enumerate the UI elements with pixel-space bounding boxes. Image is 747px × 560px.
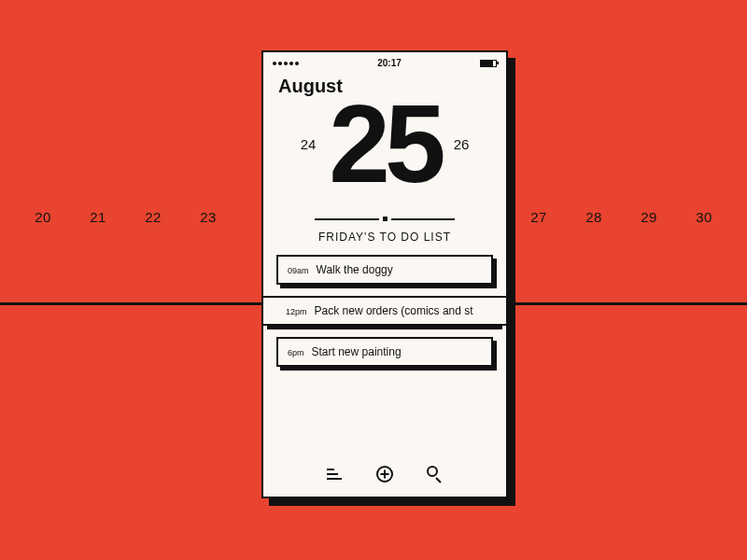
section-divider [315,217,455,221]
bg-date[interactable]: 28 [583,209,605,225]
current-day: 25 [329,91,440,196]
todo-text: Pack new orders (comics and st [315,304,473,317]
prev-day[interactable]: 24 [301,136,317,152]
bg-date[interactable]: 23 [197,209,219,225]
battery-icon [480,60,497,67]
status-bar: 20:17 [263,52,506,68]
todo-item[interactable]: 12pm Pack new orders (comics and st [276,296,493,326]
menu-icon[interactable] [325,465,344,483]
date-selector: 24 25 26 [263,91,506,196]
next-day[interactable]: 26 [454,136,470,152]
add-icon[interactable] [375,465,394,483]
bg-date[interactable]: 22 [142,209,164,225]
todo-list: 09am Walk the doggy 12pm Pack new orders… [263,255,506,367]
todo-item[interactable]: 6pm Start new painting [276,337,493,367]
phone-screen: 20:17 August 24 25 26 FRIDAY'S TO DO LIS… [261,50,508,498]
search-icon[interactable] [426,465,444,483]
todo-list-title: FRIDAY'S TO DO LIST [263,231,506,244]
todo-item[interactable]: 09am Walk the doggy [276,255,493,285]
signal-dots-icon [273,62,299,65]
bottom-tab-bar [263,454,506,497]
todo-text: Walk the doggy [317,263,393,276]
todo-time: 12pm [286,307,307,316]
bg-date[interactable]: 30 [693,209,715,225]
bg-date[interactable]: 21 [87,209,109,225]
todo-time: 6pm [288,348,304,357]
bg-date[interactable]: 20 [32,209,54,225]
todo-time: 09am [288,266,309,275]
bg-date[interactable]: 27 [528,209,550,225]
status-time: 20:17 [377,58,402,68]
todo-text: Start new painting [312,345,402,358]
bg-date[interactable]: 29 [638,209,660,225]
